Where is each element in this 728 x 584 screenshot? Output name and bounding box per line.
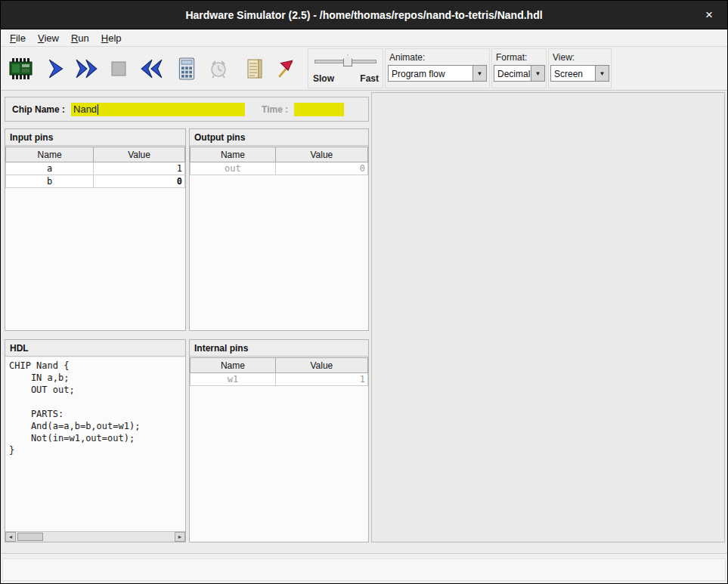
title-bar[interactable]: Hardware Simulator (2.5) - /home/thomas/… (1, 1, 727, 29)
scroll-right-icon[interactable]: ► (175, 532, 185, 542)
input-pins-title: Input pins (5, 129, 185, 146)
hdl-panel: HDL CHIP Nand { IN a,b; OUT out; PARTS: … (5, 339, 186, 542)
internal-pins-title: Internal pins (190, 340, 368, 357)
pin-name-cell: w1 (191, 373, 276, 386)
menu-view[interactable]: View (32, 31, 65, 45)
internal-pins-panel: Internal pins Name Value w1 1 (189, 339, 369, 542)
animate-combobox[interactable]: Program flow ▼ (388, 65, 487, 82)
reset-icon (139, 58, 163, 82)
time-input[interactable] (294, 103, 344, 116)
stop-button[interactable] (104, 55, 133, 84)
speed-slider[interactable] (311, 52, 379, 72)
scrollbar-track[interactable] (16, 532, 175, 542)
animate-value: Program flow (389, 66, 472, 81)
hdl-body: CHIP Nand { IN a,b; OUT out; PARTS: And(… (5, 357, 185, 542)
single-step-icon (45, 58, 67, 82)
close-button[interactable]: × (702, 8, 717, 23)
scroll-left-icon[interactable]: ◄ (5, 532, 16, 542)
breakpoint-icon (276, 58, 297, 82)
format-label: Format: (496, 52, 527, 63)
chip-icon (8, 57, 33, 82)
pin-value-cell[interactable]: 1 (94, 162, 185, 175)
fast-label: Fast (360, 73, 379, 84)
reset-button[interactable] (137, 55, 166, 84)
chip-name-input[interactable]: Nand (71, 103, 245, 116)
single-step-button[interactable] (42, 55, 70, 84)
time-label: Time : (262, 104, 288, 115)
column-header-value[interactable]: Value (94, 147, 185, 162)
column-header-name[interactable]: Name (191, 358, 276, 373)
table-row: w1 1 (191, 373, 368, 386)
input-pins-table: Name Value a 1 b 0 (5, 147, 185, 188)
chevron-down-icon[interactable]: ▼ (472, 66, 486, 81)
table-row: b 0 (6, 175, 185, 188)
input-pins-panel: Input pins Name Value a 1 b 0 (5, 128, 186, 331)
menu-bar: File View Run Help (1, 29, 727, 47)
pin-name-cell: b (6, 175, 94, 188)
view-label: View: (553, 52, 575, 63)
output-pins-title: Output pins (190, 129, 368, 146)
load-chip-button[interactable] (6, 55, 35, 84)
format-combobox[interactable]: Decimal ▼ (494, 65, 545, 82)
pin-value-cell: 0 (275, 162, 367, 175)
text-cursor (98, 104, 98, 115)
chip-name-label: Chip Name : (12, 104, 65, 115)
hdl-title: HDL (5, 340, 185, 357)
internal-pins-body: Name Value w1 1 (190, 357, 368, 542)
hdl-code: CHIP Nand { IN a,b; OUT out; PARTS: And(… (5, 357, 185, 459)
slow-label: Slow (313, 73, 334, 84)
pin-value-cell: 1 (275, 373, 367, 386)
toolbar: Slow Fast Animate: Program flow ▼ Format… (1, 47, 727, 91)
status-message-field (2, 558, 726, 581)
column-header-value[interactable]: Value (275, 358, 367, 373)
menu-help[interactable]: Help (95, 31, 128, 45)
status-bar (1, 553, 727, 584)
pin-name-cell: a (6, 162, 94, 175)
column-header-name[interactable]: Name (191, 147, 276, 162)
internal-pins-table: Name Value w1 1 (190, 357, 368, 386)
window-title: Hardware Simulator (2.5) - /home/thomas/… (185, 9, 542, 21)
pin-value-cell[interactable]: 0 (94, 175, 185, 188)
slider-thumb[interactable] (343, 54, 352, 66)
chevron-down-icon[interactable]: ▼ (595, 66, 609, 81)
menu-run[interactable]: Run (65, 31, 95, 45)
screen-view-panel (371, 92, 725, 542)
column-header-value[interactable]: Value (275, 147, 367, 162)
script-icon (245, 57, 265, 82)
output-pins-body: Name Value out 0 (190, 147, 368, 330)
format-group: Format: Decimal ▼ (491, 48, 547, 88)
output-pins-panel: Output pins Name Value out 0 (189, 128, 369, 331)
column-header-name[interactable]: Name (6, 147, 94, 162)
output-pins-table: Name Value out 0 (190, 147, 368, 175)
stop-icon (110, 60, 128, 80)
table-row: a 1 (6, 162, 185, 175)
view-group: View: Screen ▼ (548, 48, 612, 88)
pin-name-cell: out (191, 162, 276, 175)
run-icon (75, 58, 99, 82)
scrollbar-thumb[interactable] (17, 533, 43, 541)
clock-button[interactable] (204, 55, 233, 84)
format-value: Decimal (494, 66, 531, 81)
breakpoint-button[interactable] (272, 55, 301, 84)
calculator-button[interactable] (172, 55, 201, 84)
calculator-icon (177, 57, 197, 82)
animate-label: Animate: (389, 52, 425, 63)
chevron-down-icon[interactable]: ▼ (531, 66, 544, 81)
speed-slider-group: Slow Fast (308, 48, 383, 88)
menu-file[interactable]: File (4, 31, 32, 45)
table-row: out 0 (191, 162, 368, 175)
clock-icon (208, 58, 229, 82)
chip-header-row: Chip Name : Nand Time : (5, 97, 369, 122)
run-button[interactable] (73, 55, 101, 84)
animate-group: Animate: Program flow ▼ (385, 48, 490, 88)
app-window: Hardware Simulator (2.5) - /home/thomas/… (0, 0, 728, 584)
view-combobox[interactable]: Screen ▼ (550, 65, 609, 82)
input-pins-body: Name Value a 1 b 0 (5, 147, 185, 330)
horizontal-scrollbar[interactable]: ◄ ► (5, 531, 185, 542)
script-button[interactable] (240, 55, 269, 84)
view-value: Screen (551, 66, 595, 81)
